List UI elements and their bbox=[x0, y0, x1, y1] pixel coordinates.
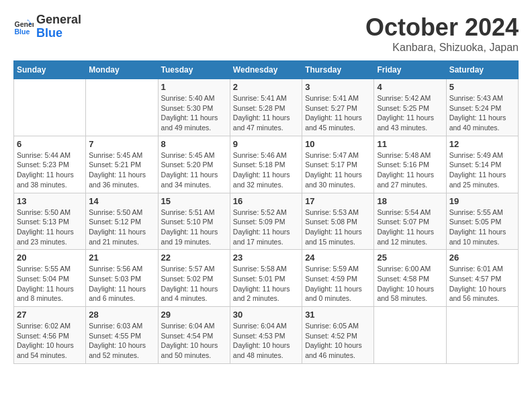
day-cell: 13Sunrise: 5:50 AMSunset: 5:13 PMDayligh… bbox=[14, 193, 86, 250]
day-number: 12 bbox=[449, 139, 515, 149]
day-info: Sunrise: 6:02 AMSunset: 4:56 PMDaylight:… bbox=[17, 321, 83, 361]
week-row-1: 1Sunrise: 5:40 AMSunset: 5:30 PMDaylight… bbox=[14, 79, 519, 136]
day-cell: 15Sunrise: 5:51 AMSunset: 5:10 PMDayligh… bbox=[158, 193, 230, 250]
logo-icon: General Blue bbox=[13, 17, 34, 37]
day-cell: 24Sunrise: 5:59 AMSunset: 4:59 PMDayligh… bbox=[302, 250, 374, 307]
day-info: Sunrise: 5:44 AMSunset: 5:23 PMDaylight:… bbox=[17, 150, 83, 190]
day-cell: 6Sunrise: 5:44 AMSunset: 5:23 PMDaylight… bbox=[14, 136, 86, 193]
day-number: 13 bbox=[17, 196, 83, 206]
day-info: Sunrise: 5:50 AMSunset: 5:13 PMDaylight:… bbox=[17, 208, 83, 247]
day-number: 15 bbox=[161, 196, 227, 206]
calendar-header-row: SundayMondayTuesdayWednesdayThursdayFrid… bbox=[14, 61, 519, 79]
day-cell: 31Sunrise: 6:05 AMSunset: 4:52 PMDayligh… bbox=[302, 307, 374, 364]
day-info: Sunrise: 5:41 AMSunset: 5:28 PMDaylight:… bbox=[233, 93, 299, 133]
day-number: 22 bbox=[161, 253, 227, 263]
day-cell: 4Sunrise: 5:42 AMSunset: 5:25 PMDaylight… bbox=[374, 79, 446, 136]
col-header-tuesday: Tuesday bbox=[158, 61, 230, 79]
week-row-3: 13Sunrise: 5:50 AMSunset: 5:13 PMDayligh… bbox=[14, 193, 519, 250]
day-cell: 26Sunrise: 6:01 AMSunset: 4:57 PMDayligh… bbox=[446, 250, 518, 307]
calendar-table: SundayMondayTuesdayWednesdayThursdayFrid… bbox=[13, 60, 519, 364]
day-info: Sunrise: 5:58 AMSunset: 5:01 PMDaylight:… bbox=[233, 264, 299, 304]
week-row-2: 6Sunrise: 5:44 AMSunset: 5:23 PMDaylight… bbox=[14, 136, 519, 193]
day-cell: 30Sunrise: 6:04 AMSunset: 4:53 PMDayligh… bbox=[230, 307, 302, 364]
day-number: 23 bbox=[233, 253, 299, 263]
day-cell bbox=[14, 79, 86, 136]
day-cell: 23Sunrise: 5:58 AMSunset: 5:01 PMDayligh… bbox=[230, 250, 302, 307]
day-info: Sunrise: 5:54 AMSunset: 5:07 PMDaylight:… bbox=[377, 208, 443, 247]
month-title: October 2024 bbox=[365, 13, 519, 42]
day-number: 27 bbox=[17, 310, 83, 320]
col-header-friday: Friday bbox=[374, 61, 446, 79]
day-number: 7 bbox=[89, 139, 154, 149]
day-info: Sunrise: 5:56 AMSunset: 5:03 PMDaylight:… bbox=[89, 264, 154, 304]
day-number: 30 bbox=[233, 310, 299, 320]
day-info: Sunrise: 5:40 AMSunset: 5:30 PMDaylight:… bbox=[161, 93, 227, 133]
day-info: Sunrise: 5:47 AMSunset: 5:17 PMDaylight:… bbox=[305, 150, 371, 190]
day-info: Sunrise: 5:57 AMSunset: 5:02 PMDaylight:… bbox=[161, 264, 227, 304]
day-number: 4 bbox=[377, 82, 443, 92]
day-cell: 2Sunrise: 5:41 AMSunset: 5:28 PMDaylight… bbox=[230, 79, 302, 136]
day-cell: 22Sunrise: 5:57 AMSunset: 5:02 PMDayligh… bbox=[158, 250, 230, 307]
day-number: 5 bbox=[449, 82, 515, 92]
day-number: 8 bbox=[161, 139, 227, 149]
day-number: 26 bbox=[449, 253, 515, 263]
day-number: 11 bbox=[377, 139, 443, 149]
day-number: 24 bbox=[305, 253, 371, 263]
day-info: Sunrise: 6:04 AMSunset: 4:54 PMDaylight:… bbox=[161, 321, 227, 361]
day-info: Sunrise: 5:50 AMSunset: 5:12 PMDaylight:… bbox=[89, 208, 154, 247]
day-cell bbox=[446, 307, 518, 364]
day-cell: 12Sunrise: 5:49 AMSunset: 5:14 PMDayligh… bbox=[446, 136, 518, 193]
day-cell: 19Sunrise: 5:55 AMSunset: 5:05 PMDayligh… bbox=[446, 193, 518, 250]
day-cell bbox=[374, 307, 446, 364]
location: Kanbara, Shizuoka, Japan bbox=[365, 42, 519, 54]
day-info: Sunrise: 5:43 AMSunset: 5:24 PMDaylight:… bbox=[449, 93, 515, 133]
day-info: Sunrise: 5:55 AMSunset: 5:05 PMDaylight:… bbox=[449, 208, 515, 247]
day-number: 31 bbox=[305, 310, 371, 320]
day-cell: 5Sunrise: 5:43 AMSunset: 5:24 PMDaylight… bbox=[446, 79, 518, 136]
day-info: Sunrise: 5:42 AMSunset: 5:25 PMDaylight:… bbox=[377, 93, 443, 133]
day-cell: 27Sunrise: 6:02 AMSunset: 4:56 PMDayligh… bbox=[14, 307, 86, 364]
day-number: 16 bbox=[233, 196, 299, 206]
day-cell: 29Sunrise: 6:04 AMSunset: 4:54 PMDayligh… bbox=[158, 307, 230, 364]
day-cell bbox=[86, 79, 158, 136]
day-cell: 7Sunrise: 5:45 AMSunset: 5:21 PMDaylight… bbox=[86, 136, 158, 193]
day-cell: 21Sunrise: 5:56 AMSunset: 5:03 PMDayligh… bbox=[86, 250, 158, 307]
col-header-thursday: Thursday bbox=[302, 61, 374, 79]
day-number: 10 bbox=[305, 139, 371, 149]
day-number: 14 bbox=[89, 196, 154, 206]
day-cell: 9Sunrise: 5:46 AMSunset: 5:18 PMDaylight… bbox=[230, 136, 302, 193]
day-info: Sunrise: 6:01 AMSunset: 4:57 PMDaylight:… bbox=[449, 264, 515, 304]
day-number: 29 bbox=[161, 310, 227, 320]
day-number: 1 bbox=[161, 82, 227, 92]
day-number: 21 bbox=[89, 253, 154, 263]
day-info: Sunrise: 6:00 AMSunset: 4:58 PMDaylight:… bbox=[377, 264, 443, 304]
day-number: 2 bbox=[233, 82, 299, 92]
day-info: Sunrise: 6:03 AMSunset: 4:55 PMDaylight:… bbox=[89, 321, 154, 361]
page-header: General Blue General Blue October 2024 K… bbox=[13, 13, 519, 54]
day-cell: 17Sunrise: 5:53 AMSunset: 5:08 PMDayligh… bbox=[302, 193, 374, 250]
col-header-monday: Monday bbox=[86, 61, 158, 79]
day-number: 17 bbox=[305, 196, 371, 206]
week-row-5: 27Sunrise: 6:02 AMSunset: 4:56 PMDayligh… bbox=[14, 307, 519, 364]
col-header-sunday: Sunday bbox=[14, 61, 86, 79]
day-number: 18 bbox=[377, 196, 443, 206]
day-info: Sunrise: 6:04 AMSunset: 4:53 PMDaylight:… bbox=[233, 321, 299, 361]
day-number: 25 bbox=[377, 253, 443, 263]
logo-blue: Blue bbox=[36, 27, 81, 40]
day-info: Sunrise: 5:59 AMSunset: 4:59 PMDaylight:… bbox=[305, 264, 371, 304]
day-cell: 25Sunrise: 6:00 AMSunset: 4:58 PMDayligh… bbox=[374, 250, 446, 307]
day-cell: 1Sunrise: 5:40 AMSunset: 5:30 PMDaylight… bbox=[158, 79, 230, 136]
logo: General Blue General Blue bbox=[13, 13, 81, 40]
day-cell: 11Sunrise: 5:48 AMSunset: 5:16 PMDayligh… bbox=[374, 136, 446, 193]
day-info: Sunrise: 5:45 AMSunset: 5:20 PMDaylight:… bbox=[161, 150, 227, 190]
logo-general: General bbox=[36, 13, 81, 27]
day-info: Sunrise: 6:05 AMSunset: 4:52 PMDaylight:… bbox=[305, 321, 371, 361]
day-cell: 18Sunrise: 5:54 AMSunset: 5:07 PMDayligh… bbox=[374, 193, 446, 250]
col-header-saturday: Saturday bbox=[446, 61, 518, 79]
day-info: Sunrise: 5:51 AMSunset: 5:10 PMDaylight:… bbox=[161, 208, 227, 247]
day-info: Sunrise: 5:49 AMSunset: 5:14 PMDaylight:… bbox=[449, 150, 515, 190]
day-cell: 20Sunrise: 5:55 AMSunset: 5:04 PMDayligh… bbox=[14, 250, 86, 307]
day-number: 9 bbox=[233, 139, 299, 149]
day-number: 3 bbox=[305, 82, 371, 92]
day-number: 19 bbox=[449, 196, 515, 206]
